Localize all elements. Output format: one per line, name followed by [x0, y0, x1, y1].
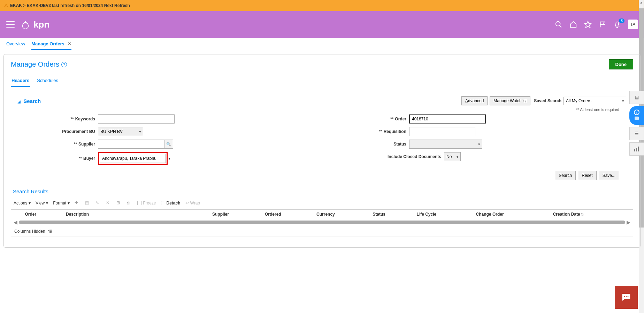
supplier-input[interactable]: [98, 140, 164, 149]
svg-rect-10: [638, 147, 639, 151]
col-ordered[interactable]: Ordered: [261, 210, 313, 219]
order-input[interactable]: [409, 114, 486, 124]
actions-menu[interactable]: Actions ▾: [14, 201, 31, 206]
add-icon[interactable]: ✚: [75, 200, 80, 206]
saved-search-label: Saved Search: [534, 98, 561, 103]
brand-logo[interactable]: kpn: [20, 18, 49, 30]
hamburger-menu-icon[interactable]: [6, 21, 15, 28]
include-closed-label: Include Closed Documents: [332, 154, 444, 159]
page-title: Manage Orders ?: [11, 60, 67, 68]
home-icon[interactable]: [569, 21, 577, 28]
subtab-headers[interactable]: Headers: [11, 76, 30, 87]
tab-manage-orders[interactable]: Manage Orders ✕: [31, 41, 71, 50]
collapse-icon[interactable]: ◢: [18, 100, 21, 104]
notification-badge: 8: [619, 18, 624, 23]
col-change-order[interactable]: Change Order: [472, 210, 549, 219]
env-refresh-text: EKAK > EKAK-DEV3 last refresh on 16/01/2…: [10, 3, 130, 8]
tab-overview[interactable]: Overview: [6, 41, 25, 50]
search-title[interactable]: ◢ Search: [18, 98, 41, 104]
buyer-label: **Buyer: [21, 156, 98, 161]
svg-rect-9: [636, 148, 637, 151]
subtab-schedules[interactable]: Schedules: [36, 76, 59, 87]
col-status[interactable]: Status: [369, 210, 413, 219]
delete-icon: ✕: [106, 200, 112, 206]
col-description[interactable]: Description: [62, 210, 208, 219]
svg-text:i: i: [636, 111, 637, 114]
manage-watchlist-button[interactable]: Manage Watchlist: [490, 96, 530, 105]
requisition-label: **Requisition: [332, 129, 409, 134]
advanced-button[interactable]: Advanced: [461, 96, 488, 105]
rail-list-icon[interactable]: ☰: [629, 127, 644, 140]
rail-doc-icon[interactable]: ▤: [629, 91, 644, 104]
required-note: ** At least one is required: [18, 107, 619, 112]
rail-info-icon[interactable]: i: [629, 106, 644, 125]
supplier-lov-icon[interactable]: 🔍: [164, 140, 173, 149]
scroll-right-icon[interactable]: ▶: [627, 219, 630, 225]
subtabs: Headers Schedules: [11, 76, 633, 87]
avatar[interactable]: TA: [628, 20, 638, 29]
svg-point-2: [556, 22, 560, 26]
search-icon[interactable]: [555, 21, 562, 28]
buyer-input[interactable]: [100, 154, 166, 163]
bell-icon[interactable]: 8: [613, 21, 621, 28]
keywords-input[interactable]: [98, 114, 175, 124]
buyer-highlight: [98, 152, 168, 165]
done-button[interactable]: Done: [609, 59, 634, 69]
rail-chart-icon[interactable]: [629, 142, 644, 156]
col-order[interactable]: Order: [21, 210, 62, 219]
status-label: Status: [332, 142, 409, 147]
search-button[interactable]: Search: [555, 171, 576, 180]
svg-rect-8: [634, 149, 635, 151]
procurement-bu-label: Procurement BU: [21, 129, 98, 134]
export-icon[interactable]: ⊞: [116, 200, 122, 206]
columns-hidden-row: Columns Hidden 49: [11, 226, 633, 237]
col-supplier[interactable]: Supplier: [208, 210, 261, 219]
format-menu[interactable]: Format ▾: [53, 201, 70, 206]
results-title: Search Results: [13, 188, 633, 194]
table-scrollbar[interactable]: ◀ ▶: [11, 219, 633, 226]
svg-rect-7: [635, 117, 639, 120]
app-header: kpn 8 TA: [0, 11, 644, 38]
close-tab-icon[interactable]: ✕: [68, 41, 71, 46]
results-toolbar: Actions ▾ View ▾ Format ▾ ✚ ▤ ✎ ✕ ⊞ ⎘ Fr…: [11, 198, 633, 208]
nav-tabs: Overview Manage Orders ✕: [0, 38, 644, 51]
col-currency[interactable]: Currency: [313, 210, 369, 219]
wrap-button[interactable]: ↩ Wrap: [185, 201, 200, 206]
results-table: Order Description Supplier Ordered Curre…: [11, 209, 633, 219]
svg-marker-4: [585, 21, 591, 28]
svg-point-1: [25, 21, 26, 22]
star-icon[interactable]: [584, 21, 592, 28]
env-refresh-bar: ⚠ EKAK > EKAK-DEV3 last refresh on 16/01…: [0, 0, 644, 11]
save-button[interactable]: Save...: [599, 171, 619, 180]
svg-line-3: [560, 25, 562, 28]
keywords-label: **Keywords: [21, 117, 98, 121]
include-closed-select[interactable]: No: [444, 152, 461, 161]
scroll-left-icon[interactable]: ◀: [14, 219, 17, 225]
warning-icon: ⚠: [4, 3, 8, 8]
requisition-input[interactable]: [409, 127, 475, 136]
right-rail: ▤ i ☰: [629, 91, 644, 156]
order-label: **Order: [332, 117, 409, 121]
buyer-lov-icon[interactable]: ▾: [168, 156, 170, 161]
status-select[interactable]: [409, 140, 482, 149]
help-icon[interactable]: ?: [61, 62, 67, 67]
edit-icon: ✎: [95, 200, 101, 206]
flag-icon[interactable]: [599, 21, 606, 28]
col-creation-date[interactable]: Creation Date: [549, 210, 633, 219]
freeze-button[interactable]: Freeze: [137, 201, 156, 206]
col-lifecycle[interactable]: Life Cycle: [413, 210, 472, 219]
detach-button[interactable]: Detach: [161, 201, 181, 206]
detach2-icon[interactable]: ⎘: [127, 200, 132, 206]
supplier-label: **Supplier: [21, 142, 98, 147]
duplicate-icon: ▤: [85, 200, 91, 206]
reset-button[interactable]: Reset: [578, 171, 596, 180]
saved-search-select[interactable]: All My Orders: [564, 97, 626, 105]
procurement-bu-select[interactable]: BU KPN BV: [98, 127, 143, 136]
view-menu[interactable]: View ▾: [36, 201, 48, 206]
page-panel: Manage Orders ? Done Headers Schedules ◢…: [3, 54, 641, 248]
